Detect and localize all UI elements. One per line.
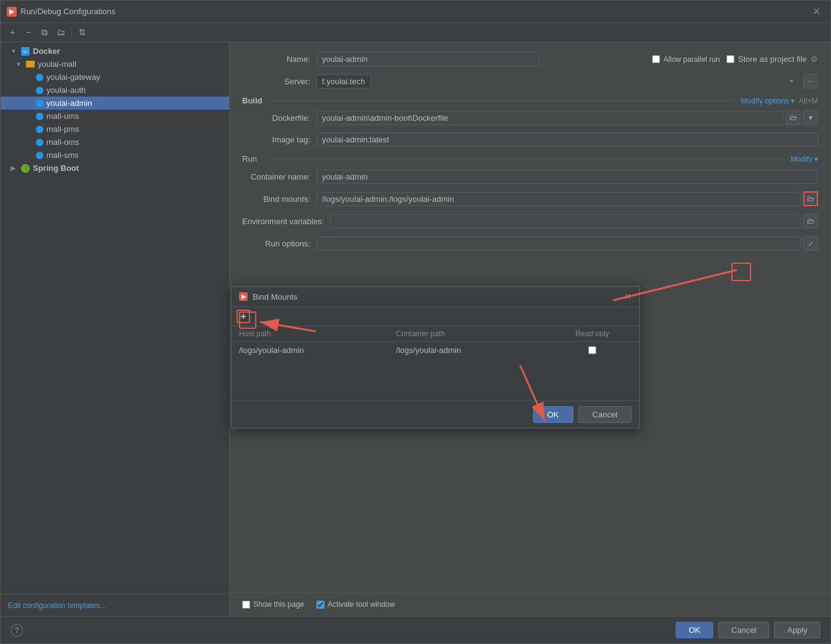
dialog-close-button[interactable]: ✕ [624, 292, 632, 302]
minus-icon: − [26, 27, 31, 37]
mall-folder-icon [26, 61, 35, 67]
dockerfile-input-row: 🗁 ▾ [316, 110, 818, 125]
activate-tool-window-text: Activate tool window [328, 600, 395, 609]
bind-mounts-row: Bind mounts: 🗁 [242, 191, 818, 206]
docker-group-label: Docker [33, 46, 60, 56]
title-bar: ▶ Run/Debug Configurations ✕ [1, 1, 830, 23]
dockerfile-dropdown-button[interactable]: ▾ [803, 110, 818, 125]
show-this-page-label[interactable]: Show this page [242, 600, 304, 609]
cancel-button[interactable]: Cancel [718, 622, 769, 638]
ok-button[interactable]: OK [676, 622, 713, 638]
sidebar-item-youlai-mall[interactable]: ▼ youlai-mall [1, 58, 229, 71]
ums-docker-icon [36, 113, 43, 120]
gateway-docker-icon [36, 74, 43, 81]
sidebar-pms-label: mall-pms [46, 124, 79, 134]
store-as-project-checkbox[interactable] [726, 55, 734, 63]
activate-tool-window-label[interactable]: Activate tool window [316, 600, 395, 609]
sidebar-item-mall-ums[interactable]: ▶ mall-ums [1, 110, 229, 123]
copy-config-button[interactable]: ⧉ [38, 25, 51, 39]
col-read-only-header: Read only [553, 329, 632, 338]
bind-mounts-dialog: ▶ Bind Mounts ✕ + Host path Container pa… [231, 286, 640, 429]
toolbar-separator [71, 27, 72, 37]
dialog-cancel-button[interactable]: Cancel [578, 406, 632, 423]
sort-button[interactable]: ⇅ [76, 25, 89, 39]
col-container-path-header: Container path [396, 329, 554, 338]
sidebar-group-docker[interactable]: ▼ 🐳 Docker [1, 45, 229, 58]
server-select-row: f.youlai.tech ··· [316, 74, 818, 89]
sidebar-item-youlai-gateway[interactable]: ▶ youlai-gateway [1, 71, 229, 84]
main-toolbar: + − ⧉ 🗂 ⇅ [1, 23, 830, 42]
server-settings-button[interactable]: ··· [803, 74, 818, 89]
sidebar-gateway-label: youlai-gateway [46, 72, 100, 82]
bind-mounts-input-row: 🗁 [316, 191, 818, 206]
dialog-title-text: Bind Mounts [253, 292, 297, 302]
dialog-ok-button[interactable]: OK [533, 406, 573, 423]
dialog-table-header: Host path Container path Read only [232, 326, 639, 342]
title-bar-left: ▶ Run/Debug Configurations [7, 7, 115, 17]
help-button[interactable]: ? [11, 624, 23, 637]
allow-parallel-run-checkbox[interactable] [652, 55, 660, 63]
bind-mounts-table: Host path Container path Read only /logs… [232, 326, 639, 359]
apply-button[interactable]: Apply [774, 622, 820, 638]
remove-config-button[interactable]: − [22, 25, 35, 39]
modify-run-button[interactable]: Modify ▾ [791, 155, 818, 163]
dialog-body: Host path Container path Read only /logs… [232, 326, 639, 401]
store-as-project-label: Store as project file [738, 54, 807, 64]
table-row[interactable]: /logs/youlai-admin /logs/youlai-admin [232, 342, 639, 359]
folder-icon: 🗂 [56, 27, 65, 37]
bottom-bar: ? OK Cancel Apply [1, 616, 830, 643]
env-vars-label: Environment variables: [242, 217, 324, 226]
bind-mounts-input[interactable] [316, 192, 801, 206]
springboot-icon: 🌿 [21, 164, 30, 173]
config-tree: ▼ 🐳 Docker ▼ youlai-mall ▶ youlai-gatewa… [1, 42, 229, 594]
dockerfile-input[interactable] [316, 111, 783, 125]
run-opts-input-row: ⤢ [316, 236, 818, 251]
run-opts-input[interactable] [316, 237, 801, 251]
bottom-right: OK Cancel Apply [676, 622, 820, 638]
sidebar-item-youlai-admin[interactable]: ▶ youlai-admin [1, 97, 229, 110]
sidebar-sms-label: mall-sms [46, 150, 79, 160]
sidebar-item-mall-sms[interactable]: ▶ mall-sms [1, 149, 229, 162]
expand-run-opts-button[interactable]: ⤢ [803, 236, 818, 251]
sidebar-item-youlai-auth[interactable]: ▶ youlai-auth [1, 84, 229, 97]
run-opts-row: Run options: ⤢ [242, 236, 818, 251]
window-close-button[interactable]: ✕ [809, 4, 824, 19]
env-vars-input[interactable] [330, 214, 801, 228]
server-select[interactable]: f.youlai.tech [316, 74, 371, 89]
sidebar-item-mall-oms[interactable]: ▶ mall-oms [1, 136, 229, 149]
dockerfile-folder-button[interactable]: 🗁 [786, 110, 801, 125]
sidebar-group-springboot[interactable]: ▶ 🌿 Spring Boot [1, 162, 229, 175]
sms-docker-icon [36, 152, 43, 159]
bind-mounts-folder-button[interactable]: 🗁 [803, 191, 818, 206]
sidebar-auth-label: youlai-auth [46, 85, 86, 95]
dialog-add-row-button[interactable]: + [237, 310, 250, 323]
sidebar-item-mall-pms[interactable]: ▶ mall-pms [1, 123, 229, 136]
show-this-page-checkbox[interactable] [242, 601, 250, 609]
move-to-folder-button[interactable]: 🗂 [54, 25, 67, 39]
image-tag-row: Image tag: [242, 133, 818, 147]
env-vars-folder-button[interactable]: 🗁 [803, 214, 818, 228]
gear-icon[interactable]: ⚙ [811, 54, 818, 64]
dialog-footer: OK Cancel [232, 401, 639, 428]
dockerfile-row: Dockerfile: 🗁 ▾ [242, 110, 818, 125]
run-section-header: Run Modify ▾ [242, 154, 818, 163]
image-tag-input[interactable] [316, 133, 818, 147]
sidebar: ▼ 🐳 Docker ▼ youlai-mall ▶ youlai-gatewa… [1, 42, 230, 616]
edit-templates-link[interactable]: Edit configuration templates... [8, 601, 106, 610]
ellipsis-icon: ··· [807, 77, 814, 85]
read-only-checkbox[interactable] [588, 346, 596, 354]
dialog-title-icon: ▶ [239, 292, 248, 301]
allow-parallel-run-checkbox-label[interactable]: Allow parallel run [652, 55, 720, 64]
plus-icon: + [10, 27, 15, 37]
name-input[interactable] [316, 52, 539, 66]
activate-tool-window-checkbox[interactable] [316, 601, 324, 609]
container-name-input[interactable] [316, 170, 818, 184]
dialog-toolbar: + [232, 307, 639, 326]
add-config-button[interactable]: + [6, 25, 19, 39]
container-path-cell: /logs/youlai-admin [396, 346, 554, 355]
bottom-checkbox-row: Show this page Activate tool window [230, 592, 830, 616]
container-name-row: Container name: [242, 170, 818, 184]
chevron-down-icon: ▾ [791, 97, 794, 105]
modify-options-button[interactable]: Modify options ▾ Alt+M [741, 97, 818, 105]
pms-docker-icon [36, 126, 43, 133]
